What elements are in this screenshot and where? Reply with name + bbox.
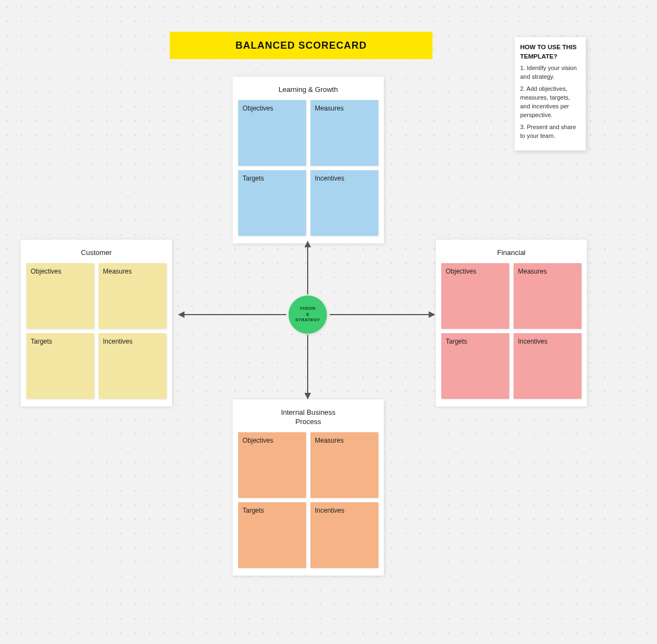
sticky-measures[interactable]: Measures <box>310 432 378 498</box>
perspective-financial[interactable]: Financial Objectives Measures Targets In… <box>436 240 587 407</box>
sticky-incentives[interactable]: Incentives <box>310 502 378 568</box>
help-step-1: 1. Identify your vision and strategy. <box>520 64 580 82</box>
sticky-objectives[interactable]: Objectives <box>238 100 306 166</box>
sticky-objectives[interactable]: Objectives <box>238 432 306 498</box>
sticky-grid: Objectives Measures Targets Incentives <box>26 263 166 399</box>
perspective-title: Customer <box>81 248 112 258</box>
svg-marker-7 <box>429 311 435 318</box>
sticky-incentives[interactable]: Incentives <box>99 333 166 399</box>
sticky-targets[interactable]: Targets <box>441 333 509 399</box>
help-title: HOW TO USE THIS TEMPLATE? <box>520 43 580 61</box>
sticky-measures[interactable]: Measures <box>514 263 581 329</box>
arrow-right-icon <box>328 309 435 321</box>
help-step-3: 3. Present and share to your team. <box>520 123 580 141</box>
sticky-targets[interactable]: Targets <box>238 170 306 236</box>
arrow-up-icon <box>302 241 314 295</box>
arrow-down-icon <box>302 334 314 399</box>
sticky-measures[interactable]: Measures <box>310 100 378 166</box>
title-banner[interactable]: BALANCED SCORECARD <box>170 32 433 59</box>
perspective-learning-growth[interactable]: Learning & Growth Objectives Measures Ta… <box>233 77 384 243</box>
perspective-title: Financial <box>497 248 526 258</box>
sticky-grid: Objectives Measures Targets Incentives <box>238 100 378 236</box>
center-line-2: & <box>306 312 309 317</box>
svg-marker-5 <box>178 311 185 318</box>
sticky-grid: Objectives Measures Targets Incentives <box>238 432 378 568</box>
sticky-measures[interactable]: Measures <box>99 263 166 329</box>
title-text: BALANCED SCORECARD <box>235 40 367 51</box>
perspective-internal-business-process[interactable]: Internal Business Process Objectives Mea… <box>233 399 384 576</box>
center-line-3: STRATEGY <box>295 317 320 323</box>
sticky-objectives[interactable]: Objectives <box>26 263 94 329</box>
center-line-1: VISION <box>300 306 316 311</box>
sticky-incentives[interactable]: Incentives <box>310 170 378 236</box>
sticky-objectives[interactable]: Objectives <box>441 263 509 329</box>
sticky-targets[interactable]: Targets <box>238 502 306 568</box>
svg-marker-3 <box>304 393 311 399</box>
sticky-grid: Objectives Measures Targets Incentives <box>441 263 581 399</box>
help-step-2: 2. Add objectives, measures, targets, an… <box>520 85 580 120</box>
perspective-customer[interactable]: Customer Objectives Measures Targets Inc… <box>21 240 172 407</box>
center-vision-strategy[interactable]: VISION & STRATEGY <box>289 295 327 334</box>
perspective-title: Learning & Growth <box>279 85 338 95</box>
help-card[interactable]: HOW TO USE THIS TEMPLATE? 1. Identify yo… <box>515 37 586 150</box>
arrow-left-icon <box>178 309 287 321</box>
perspective-title: Internal Business Process <box>270 408 347 427</box>
sticky-incentives[interactable]: Incentives <box>514 333 581 399</box>
sticky-targets[interactable]: Targets <box>26 333 94 399</box>
